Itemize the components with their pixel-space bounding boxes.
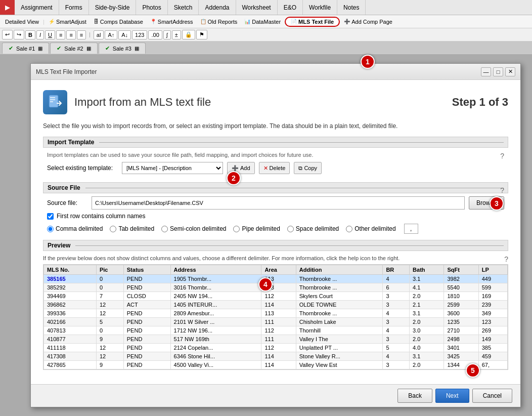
table-row[interactable]: 4021665PEND2101 W Silver ...111Chisholm … <box>44 318 508 326</box>
svg-rect-3 <box>50 101 53 102</box>
tab-eo[interactable]: E&O <box>278 0 303 15</box>
minimize-button[interactable]: — <box>481 67 491 76</box>
number-btn[interactable]: 123 <box>132 30 147 39</box>
space-radio[interactable] <box>287 226 294 232</box>
dialog-header: Import from an MLS text file Step 1 of 3 <box>43 90 508 114</box>
delimiter-row: Comma delimited Tab delimited Semi-colon… <box>47 224 504 234</box>
decimal-btn[interactable]: .00 <box>148 30 162 39</box>
source-help-icon[interactable]: ? <box>500 186 504 194</box>
tab-worksheet[interactable]: Worksheet <box>236 0 278 15</box>
toolbar-detailed-view[interactable]: Detailed View <box>2 18 42 26</box>
tab-sketch[interactable]: Sketch <box>168 0 199 15</box>
plusminus-btn[interactable]: ± <box>172 30 181 39</box>
tab-side-by-side[interactable]: Side-by-Side <box>89 0 137 15</box>
step-indicator: Step 1 of 3 <box>452 96 508 109</box>
font-size-down-btn[interactable]: A↓ <box>118 30 131 39</box>
table-row[interactable]: 39933612PEND2809 Amesbur...113Thornbrook… <box>44 309 508 318</box>
font-size-up-btn[interactable]: A↑ <box>105 30 117 39</box>
toolbar-smartadjust[interactable]: ⚡ SmartAdjust <box>46 18 90 26</box>
template-help-icon[interactable]: ? <box>500 152 504 160</box>
table-row[interactable]: 4278659PEND4500 Valley Vi...114Valley Vi… <box>44 361 508 369</box>
delete-template-button[interactable]: ✕ Delete <box>259 162 290 174</box>
col-br: BR <box>383 265 410 275</box>
dialog-main-title: Import from an MLS text file <box>74 96 211 109</box>
tab-notes[interactable]: Notes <box>337 0 366 15</box>
first-row-checkbox[interactable] <box>47 213 54 220</box>
template-desc: Import templates can be used to save you… <box>47 152 313 158</box>
table-row[interactable]: 41111812PEND2124 Copelan...112Unplatted … <box>44 344 508 352</box>
delete-template-icon: ✕ <box>263 165 268 172</box>
preview-help-icon[interactable]: ? <box>504 255 508 263</box>
copy-template-button[interactable]: ⧉ Copy <box>294 162 322 174</box>
table-row[interactable]: 4078130PEND1712 NW 196...112Thornhill43.… <box>44 326 508 335</box>
other-delimiter-input[interactable] <box>404 224 418 234</box>
align-center-btn[interactable]: ≡ <box>66 30 75 39</box>
flag-btn[interactable]: ⚑ <box>196 30 207 39</box>
comma-delimited-option[interactable]: Comma delimited <box>47 225 103 232</box>
copy-template-icon: ⧉ <box>298 165 302 172</box>
table-row[interactable]: 3944697CLOSD2405 NW 194...112Skylers Cou… <box>44 292 508 301</box>
table-row[interactable]: 4108779PEND517 NW 169th111Valley I The32… <box>44 335 508 344</box>
toolbar-comps-database[interactable]: 🗄 Comps Database <box>91 18 146 26</box>
source-file-content: ? Source file: Browse First row contains… <box>43 186 508 240</box>
close-button[interactable]: ✕ <box>505 67 515 76</box>
toolbar-datamaster[interactable]: 📊 DataMaster <box>241 18 284 26</box>
col-lp: LP <box>478 265 507 275</box>
table-row[interactable]: 3852920PEND3016 Thornbr...113Thornbrooke… <box>44 283 508 292</box>
table-row[interactable]: 3851650PEND1905 Thornbr...113Thornbrooke… <box>44 275 508 283</box>
pipe-radio[interactable] <box>233 226 240 232</box>
preview-table-wrapper[interactable]: MLS No. Pic Status Address Area Addition… <box>43 264 508 370</box>
table-header-row: MLS No. Pic Status Address Area Addition… <box>44 265 508 275</box>
sale-tab-1[interactable]: ✔ Sale #1 ▦ <box>2 43 49 54</box>
svg-rect-2 <box>50 99 55 100</box>
tab-assignment[interactable]: Assignment <box>15 0 59 15</box>
next-button[interactable]: Next <box>435 389 469 403</box>
table-row[interactable]: 41730812PEND6346 Stone Hil...114Stone Va… <box>44 352 508 361</box>
sale-tab-2[interactable]: ✔ Sale #2 ▦ <box>50 43 97 54</box>
undo-btn[interactable]: ↩ <box>2 30 13 39</box>
space-delimited-option[interactable]: Space delimited <box>287 225 339 232</box>
tab-delimited-option[interactable]: Tab delimited <box>110 225 154 232</box>
calc-btn[interactable]: ∫ <box>163 30 171 39</box>
col-addition: Addition <box>296 265 383 275</box>
top-toolbar: ▶ Assignment Forms Side-by-Side Photos S… <box>0 0 532 54</box>
italic-btn[interactable]: I <box>36 30 44 39</box>
template-select[interactable]: [MLS Name] - [Description <box>122 162 223 174</box>
font-btn[interactable]: al <box>94 30 104 39</box>
menu-icon-2: ▦ <box>86 46 91 51</box>
toolbar-old-reports[interactable]: 📋 Old Reports <box>197 18 241 26</box>
maximize-button[interactable]: □ <box>493 67 503 76</box>
table-row[interactable]: 39686212ACT1405 INTERUR...114OLDE TOWNE3… <box>44 301 508 309</box>
comma-radio[interactable] <box>47 226 54 232</box>
source-file-input[interactable] <box>92 196 465 210</box>
pipe-delimited-option[interactable]: Pipe delimited <box>233 225 280 232</box>
divider: | <box>43 19 45 25</box>
toolbar-smartaddress[interactable]: 📍 SmartAddress <box>147 18 196 26</box>
other-delimited-option[interactable]: Other delimited <box>346 225 395 232</box>
tab-radio[interactable] <box>110 226 116 232</box>
app-button[interactable]: ▶ <box>0 0 15 15</box>
tab-addenda[interactable]: Addenda <box>199 0 236 15</box>
semicolon-radio[interactable] <box>161 226 168 232</box>
align-left-btn[interactable]: ≡ <box>56 30 65 39</box>
lock-btn[interactable]: 🔒 <box>182 30 195 39</box>
redo-btn[interactable]: ↪ <box>14 30 24 39</box>
sale-tab-3[interactable]: ✔ Sale #3 ▦ <box>99 43 146 54</box>
semicolon-delimited-option[interactable]: Semi-colon delimited <box>161 225 226 232</box>
check-icon-3: ✔ <box>105 45 110 52</box>
bold-btn[interactable]: B <box>25 30 35 39</box>
tab-workfile[interactable]: Workfile <box>303 0 337 15</box>
underline-btn[interactable]: U <box>45 30 55 39</box>
dialog-title: MLS Text File Importer <box>36 68 97 75</box>
other-radio[interactable] <box>346 226 352 232</box>
preview-table: MLS No. Pic Status Address Area Addition… <box>43 265 508 369</box>
tab-photos[interactable]: Photos <box>136 0 167 15</box>
tab-forms[interactable]: Forms <box>59 0 89 15</box>
col-pic: Pic <box>96 265 123 275</box>
align-right-btn[interactable]: ≡ <box>77 30 86 39</box>
toolbar-add-comp-page[interactable]: ➕ Add Comp Page <box>341 18 395 26</box>
dialog-footer: Back Next Cancel <box>31 384 520 407</box>
cancel-button[interactable]: Cancel <box>472 389 512 403</box>
toolbar-mls-text-file[interactable]: 📄 MLS Text File <box>285 17 340 27</box>
back-button[interactable]: Back <box>397 389 432 403</box>
